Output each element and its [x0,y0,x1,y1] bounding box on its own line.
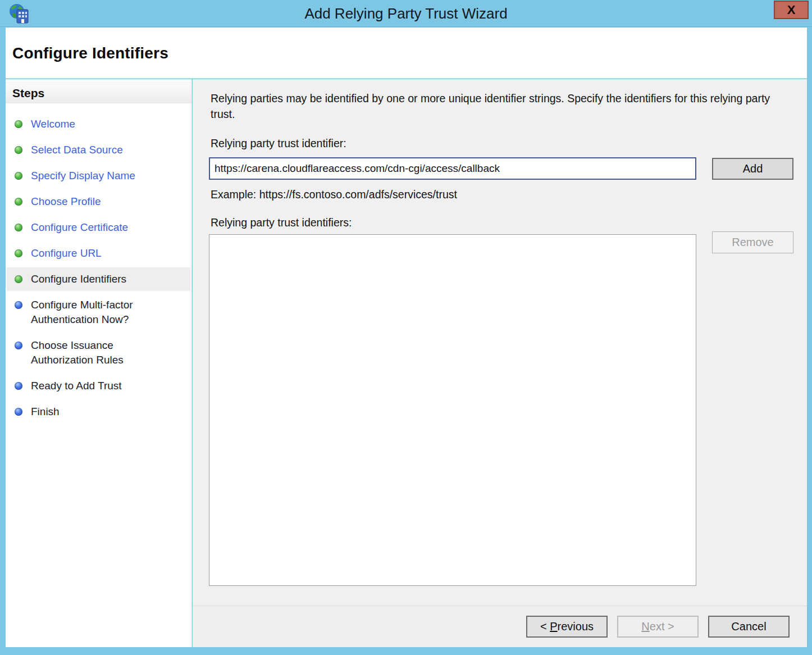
identifiers-label: Relying party trust identifiers: [211,216,352,229]
step-status-icon [15,342,22,349]
next-button[interactable]: Next > [617,616,699,638]
step-item-specify-display-name[interactable]: Specify Display Name [7,164,190,188]
wizard-content: Relying parties may be identified by one… [193,79,807,647]
wizard-dialog: Add Relying Party Trust Wizard X Configu… [0,0,812,655]
step-status-icon [15,172,22,180]
identifier-label: Relying party trust identifier: [211,137,346,150]
steps-sidebar: Steps WelcomeSelect Data SourceSpecify D… [6,79,192,647]
step-item-finish: Finish [7,400,190,424]
step-item-select-data-source[interactable]: Select Data Source [7,138,190,162]
step-label: Configure Multi-factor Authentication No… [31,298,163,327]
identifiers-listbox[interactable] [209,234,696,586]
step-status-icon [15,382,22,390]
step-label: Choose Profile [31,194,101,209]
step-item-configure-certificate[interactable]: Configure Certificate [7,216,190,239]
footer-button-bar: < Previous Next > Cancel [193,606,807,647]
remove-button[interactable]: Remove [712,231,793,253]
step-item-choose-issuance-authorization-rules: Choose Issuance Authorization Rules [7,334,190,372]
step-status-icon [15,301,22,309]
page-title: Configure Identifiers [12,44,168,62]
identifier-input[interactable] [209,157,696,180]
step-label: Welcome [31,117,75,131]
step-status-icon [15,198,22,206]
step-item-welcome[interactable]: Welcome [7,112,190,136]
step-label: Choose Issuance Authorization Rules [31,338,163,367]
step-item-choose-profile[interactable]: Choose Profile [7,190,190,213]
step-status-icon [15,408,22,416]
window-title: Add Relying Party Trust Wizard [0,0,812,27]
step-item-ready-to-add-trust: Ready to Add Trust [7,374,190,398]
step-label: Select Data Source [31,143,123,157]
cancel-button[interactable]: Cancel [708,616,790,638]
description-text: Relying parties may be identified by one… [211,90,784,122]
step-label: Configure Certificate [31,220,128,235]
step-label: Finish [31,404,60,419]
example-text: Example: https://fs.contoso.com/adfs/ser… [211,188,457,201]
step-status-icon [15,146,22,154]
step-item-configure-url[interactable]: Configure URL [7,242,190,265]
step-label: Ready to Add Trust [31,379,122,393]
steps-heading: Steps [6,82,191,103]
wizard-page-header: Configure Identifiers [6,28,807,79]
steps-list: WelcomeSelect Data SourceSpecify Display… [6,103,191,424]
close-button[interactable]: X [774,1,809,19]
step-status-icon [15,120,22,128]
step-status-icon [15,224,22,231]
step-item-configure-multi-factor-authentication-now: Configure Multi-factor Authentication No… [7,293,190,331]
add-button[interactable]: Add [712,158,793,180]
step-item-configure-identifiers: Configure Identifiers [7,267,190,291]
step-status-icon [15,275,22,283]
window-titlebar[interactable]: Add Relying Party Trust Wizard X [0,0,812,27]
step-label: Configure Identifiers [31,272,126,286]
step-label: Configure URL [31,246,102,261]
previous-button[interactable]: < Previous [526,616,608,638]
step-status-icon [15,249,22,257]
step-label: Specify Display Name [31,169,135,183]
